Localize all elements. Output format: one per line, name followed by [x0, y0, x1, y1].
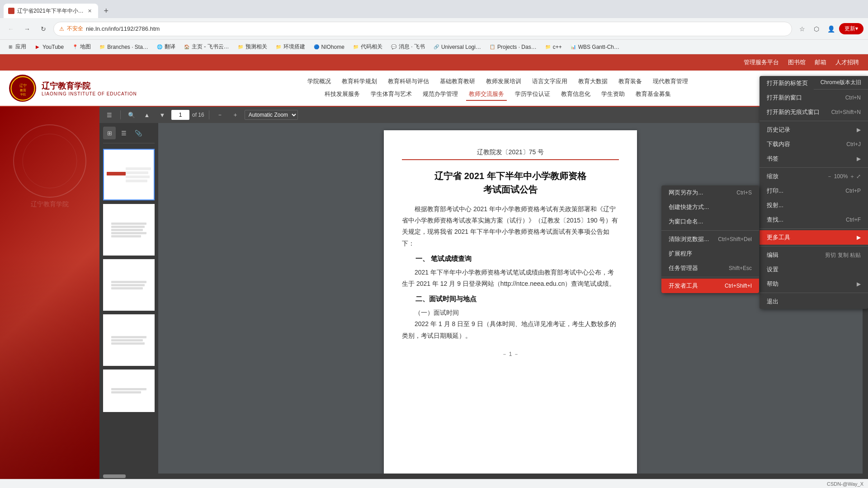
bookmark-translate-label: 翻译 [165, 43, 175, 51]
submenu-sep-2 [661, 277, 759, 277]
bookmark-feishu-msg-label: 消息 · 飞书 [399, 43, 425, 51]
wbs-icon: 📊 [570, 44, 576, 50]
bookmark-youtube[interactable]: ▶ YouTube [31, 43, 67, 51]
menu-bookmarks[interactable]: 书签 ▶ [760, 152, 868, 166]
bookmark-translate[interactable]: 🌐 翻译 [153, 42, 179, 52]
security-label: 不安全 [67, 25, 83, 33]
submenu-task-manager[interactable]: 任务管理器 Shift+Esc [661, 261, 759, 275]
sync-button[interactable]: 👤 [825, 23, 837, 35]
bookmark-code[interactable]: 📁 代码相关 [349, 42, 386, 52]
folder3-icon: 📁 [275, 44, 282, 50]
status-bar: CSDN-@Way_X [0, 479, 868, 488]
bookmark-youtube-label: YouTube [42, 44, 64, 50]
bookmark-niohome[interactable]: 🔵 NIOhome [310, 43, 348, 51]
menu-zoom[interactable]: 缩放 － 100% ＋ ⤢ [760, 169, 868, 184]
tab-title: 辽宁省2021年下半年中小… [17, 7, 84, 15]
menu-more-tools[interactable]: 更多工具 ▶ [760, 230, 868, 245]
menu-find[interactable]: 查找... Ctrl+F [760, 213, 868, 227]
forward-button[interactable]: → [21, 23, 33, 35]
menu-cast[interactable]: 投射... [760, 198, 868, 213]
status-text: CSDN-@Way_X [827, 481, 863, 487]
submenu-devtools[interactable]: 开发者工具 Ctrl+Shift+I [661, 279, 759, 293]
nio-icon: 🔵 [313, 44, 320, 50]
menu-settings[interactable]: 设置 [760, 262, 868, 277]
universal-icon: 🔗 [433, 44, 439, 50]
address-bar: ← → ↻ ⚠ 不安全 nie.ln.cn/info/1192/2786.htm… [0, 18, 868, 40]
bookmark-projects[interactable]: 📋 Projects · Das… [486, 43, 540, 51]
submenu-save-page[interactable]: 网页另存为... Ctrl+S [661, 185, 759, 200]
apps-grid-icon: ⊞ [7, 44, 14, 50]
submenu-create-shortcut[interactable]: 创建快捷方式... [661, 200, 759, 214]
address-input[interactable]: ⚠ 不安全 nie.ln.cn/info/1192/2786.htm [53, 22, 792, 36]
bookmark-wbs-label: WBS Gantt-Ch… [578, 44, 619, 50]
menu-sep-4 [760, 246, 868, 246]
menu-exit[interactable]: 退出 [760, 294, 868, 309]
feishu-icon: 🏠 [184, 44, 190, 50]
bookmark-env[interactable]: 📁 环境搭建 [272, 42, 309, 52]
back-button[interactable]: ← [5, 23, 17, 35]
menu-downloads[interactable]: 下载内容 Ctrl+J [760, 137, 868, 152]
bookmark-maps-label: 地图 [80, 43, 91, 51]
menu-new-window[interactable]: 打开新的窗口 Ctrl+N [760, 90, 868, 105]
browser-right-icons: ☆ ⬡ 👤 更新▾ [796, 23, 863, 35]
bookmark-universal-label: Universal Logi… [441, 44, 481, 50]
chrome-version-badge: Chrome版本太旧 [814, 76, 868, 90]
submenu-clear-data[interactable]: 清除浏览数据... Ctrl+Shift+Del [661, 232, 759, 246]
bookmark-universal[interactable]: 🔗 Universal Logi… [429, 43, 485, 51]
bookmark-predict-label: 预测相关 [245, 43, 267, 51]
bookmark-wbs[interactable]: 📊 WBS Gantt-Ch… [566, 43, 623, 51]
folder-icon: 📁 [99, 44, 105, 50]
submenu-sep-1 [661, 230, 759, 231]
url-display: nie.ln.cn/info/1192/2786.htm [86, 25, 786, 32]
page-content: 管理服务平台 图书馆 邮箱 人才招聘 辽宁 教育 学院 [0, 54, 868, 479]
maps-icon: 📍 [72, 44, 78, 50]
menu-sep-5 [760, 293, 868, 293]
bookmark-feishu-label: 主页 - 飞书云… [192, 43, 229, 51]
bookmark-apps-label: 应用 [15, 43, 26, 51]
bookmark-cpp[interactable]: 📁 c++ [541, 43, 566, 51]
submenu-extensions[interactable]: 扩展程序 [661, 246, 759, 261]
more-tools-submenu: 网页另存为... Ctrl+S 创建快捷方式... 为窗口命名... 清除浏览数… [661, 185, 759, 293]
menu-help[interactable]: 帮助 ▶ [760, 277, 868, 291]
reload-button[interactable]: ↻ [37, 23, 50, 35]
bookmark-cpp-label: c++ [553, 44, 562, 50]
folder2-icon: 📁 [237, 44, 244, 50]
menu-print[interactable]: 打印... Ctrl+P [760, 184, 868, 198]
tab-favicon [8, 8, 14, 14]
translate-icon: 🌐 [156, 44, 163, 50]
menu-history[interactable]: 历史记录 ▶ [760, 123, 868, 137]
submenu-name-window[interactable]: 为窗口命名... [661, 214, 759, 229]
bookmark-branches-label: Branches · Sta… [107, 44, 148, 50]
bookmark-star-button[interactable]: ☆ [796, 23, 808, 35]
menu-incognito[interactable]: 打开新的无痕式窗口 Ctrl+Shift+N [760, 105, 868, 119]
bookmarks-bar: ⊞ 应用 ▶ YouTube 📍 地图 📁 Branches · Sta… 🌐 … [0, 40, 868, 54]
folder4-icon: 📁 [353, 44, 359, 50]
msg-icon: 💬 [391, 44, 397, 50]
bookmark-feishu-msg[interactable]: 💬 消息 · 飞书 [387, 42, 429, 52]
new-tab-button[interactable]: + [100, 5, 113, 17]
youtube-icon: ▶ [34, 44, 41, 50]
chrome-main-menu: 打开新的标签页 Ctrl+T 打开新的窗口 Ctrl+N 打开新的无痕式窗口 C… [760, 76, 868, 309]
menu-sep-3 [760, 228, 868, 229]
tab-close-button[interactable]: ✕ [86, 7, 94, 14]
bookmark-maps[interactable]: 📍 地图 [68, 42, 94, 52]
context-menu-overlay: 打开新的标签页 Ctrl+T 打开新的窗口 Ctrl+N 打开新的无痕式窗口 C… [0, 54, 868, 479]
bookmark-branches[interactable]: 📁 Branches · Sta… [95, 43, 152, 51]
update-button[interactable]: 更新▾ [839, 23, 863, 34]
projects-icon: 📋 [489, 44, 495, 50]
menu-edit[interactable]: 编辑 剪切 复制 粘贴 [760, 248, 868, 262]
security-icon: ⚠ [59, 26, 64, 32]
bookmark-apps[interactable]: ⊞ 应用 [4, 42, 30, 52]
bookmark-feishu[interactable]: 🏠 主页 - 飞书云… [180, 42, 233, 52]
bookmark-projects-label: Projects · Das… [497, 44, 537, 50]
active-tab[interactable]: 辽宁省2021年下半年中小… ✕ [4, 4, 98, 18]
bookmark-env-label: 环境搭建 [283, 43, 305, 51]
bookmark-niohome-label: NIOhome [321, 44, 344, 50]
tab-bar: 辽宁省2021年下半年中小… ✕ + [0, 0, 868, 18]
bookmark-code-label: 代码相关 [361, 43, 382, 51]
menu-sep-2 [760, 167, 868, 168]
bookmark-predict[interactable]: 📁 预测相关 [234, 42, 271, 52]
extensions-button[interactable]: ⬡ [810, 23, 823, 35]
browser-frame: 辽宁省2021年下半年中小… ✕ + ← → ↻ ⚠ 不安全 nie.ln.cn… [0, 0, 868, 488]
menu-sep-1 [760, 121, 868, 121]
